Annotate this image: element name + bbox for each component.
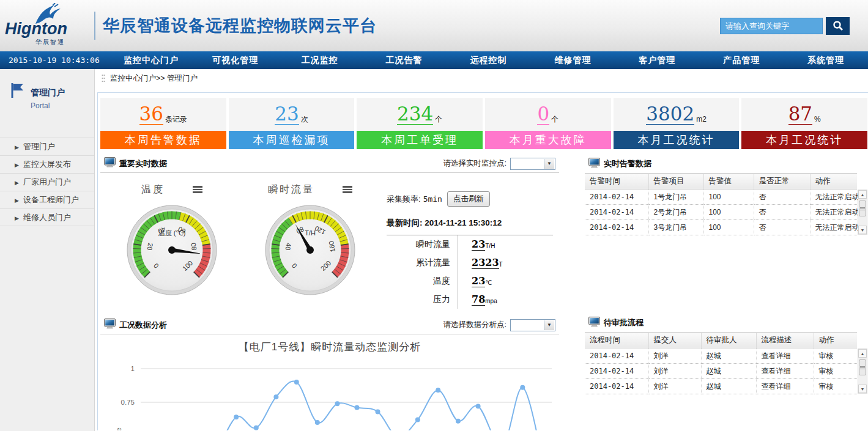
table-column-header[interactable]: 告警项目: [648, 174, 703, 190]
sidebar-item-5[interactable]: ▶维修人员门户: [0, 208, 94, 226]
table-cell: 查看详细: [756, 379, 814, 394]
metric-value: 23: [472, 275, 485, 287]
table-row[interactable]: 2014-02-14刘洋赵城查看详细审核: [585, 364, 857, 379]
table-column-header[interactable]: 流程描述: [756, 333, 814, 348]
metric-row: 温度23℃: [387, 272, 553, 290]
scrollbar[interactable]: ▲▼: [858, 190, 867, 235]
table-cell: 无法正常启动: [810, 190, 857, 205]
chevron-down-icon[interactable]: ▼: [544, 320, 554, 330]
search-icon: [833, 20, 844, 31]
svg-text:0.75: 0.75: [121, 399, 135, 406]
sidebar-item-2[interactable]: ▶监控大屏发布: [0, 155, 94, 173]
table-row[interactable]: 2014-02-14刘洋赵城查看详细审核: [585, 379, 857, 394]
chart-title: 【电厂1号线】瞬时流量动态监测分析: [100, 334, 559, 355]
sidebar-item-4[interactable]: ▶设备工程师门户: [0, 191, 94, 208]
analysis-panel: 工况数据分析 请选择数据分析点: ▼ 【电厂1号线】瞬时流量动态监测分析 10.…: [100, 316, 559, 430]
nav-item-1[interactable]: 监控中心门户: [109, 55, 193, 66]
realtime-info: 采集频率: 5min 点击刷新 最新时间: 2014-11-21 15:30:1…: [387, 180, 553, 309]
data-table: 告警时间告警项目告警值是否正常动作2014-02-141号龙门吊100否无法正常…: [585, 173, 857, 235]
stat-cards-row: 36条记录本周告警数据23次本周巡检漏项234个本周工单受理0个本月重大故障38…: [98, 93, 868, 149]
realtime-point-select[interactable]: ▼: [510, 158, 555, 170]
table-cell: 审核: [814, 364, 857, 379]
table-row[interactable]: 2014-02-142号龙门吊100否无法正常启动: [585, 205, 857, 220]
table-cell: 刘洋: [648, 348, 701, 364]
table-cell: 审核: [814, 379, 857, 394]
analysis-select-label: 请选择数据分析点:: [443, 320, 506, 330]
stat-card-3[interactable]: 234个本周工单受理: [357, 98, 483, 149]
nav-item-8[interactable]: 产品管理: [699, 55, 784, 66]
svg-text:40: 40: [284, 242, 293, 251]
nav-item-7[interactable]: 客户管理: [615, 55, 699, 66]
scroll-down-icon[interactable]: ▼: [858, 226, 867, 234]
search-button[interactable]: [826, 17, 850, 35]
scroll-up-icon[interactable]: ▲: [858, 190, 867, 199]
scrollbar[interactable]: ▲▼: [858, 348, 867, 394]
table-column-header[interactable]: 告警值: [703, 174, 754, 190]
gauges-area: 温度020406080100温度 (℃)瞬时流量04080120160200T/…: [100, 180, 362, 309]
stat-label[interactable]: 本月重大故障: [485, 131, 611, 149]
nav-item-2[interactable]: 可视化管理: [193, 55, 278, 66]
metric-unit: T: [499, 261, 503, 268]
nav-item-9[interactable]: 系统管理: [784, 55, 868, 66]
analysis-panel-title: 工况数据分析: [119, 320, 167, 331]
approval-panel-title: 待审批流程: [604, 317, 644, 328]
monitor-icon: [588, 158, 600, 171]
stat-label[interactable]: 本周巡检漏项: [229, 131, 355, 149]
table-column-header[interactable]: 提交人: [648, 333, 701, 348]
stat-label[interactable]: 本月工况统计: [614, 131, 740, 149]
chevron-down-icon[interactable]: ▼: [544, 159, 554, 169]
stat-label[interactable]: 本周工单受理: [357, 131, 483, 149]
table-column-header[interactable]: 告警时间: [585, 174, 648, 190]
metrics-list: 瞬时流量23T/H累计流量2323T温度23℃压力78mpa: [387, 235, 553, 309]
table-row[interactable]: 2014-02-141号龙门吊100否无法正常启动: [585, 190, 857, 205]
brand-subtitle: 华辰智通: [35, 38, 65, 46]
realtime-data-panel: 重要实时数据 请选择实时监控点: ▼ 温度020406080100温度 (℃)瞬…: [100, 155, 559, 309]
sidebar-item-3[interactable]: ▶厂家用户门户: [0, 173, 94, 191]
sidebar-item-1[interactable]: ▶管理门户: [0, 138, 94, 155]
gauge-dial: 04080120160200T/H: [262, 201, 358, 299]
refresh-button[interactable]: 点击刷新: [447, 191, 490, 207]
stat-label[interactable]: 本月工况统计: [741, 131, 867, 149]
stat-card-6[interactable]: 87%本月工况统计: [741, 98, 867, 149]
scroll-down-icon[interactable]: ▼: [858, 385, 867, 393]
stat-card-2[interactable]: 23次本周巡检漏项: [229, 98, 355, 149]
stat-value: 87: [788, 104, 812, 125]
scroll-thumb[interactable]: [859, 359, 866, 375]
table-column-header[interactable]: 是否正常: [754, 174, 810, 190]
table-cell: 2014-02-14: [585, 379, 648, 394]
stat-label[interactable]: 本周告警数据: [100, 131, 226, 149]
table-column-header[interactable]: 动作: [810, 174, 857, 190]
table-column-header[interactable]: 动作: [814, 333, 857, 348]
table-column-header[interactable]: 待审批人: [701, 333, 756, 348]
search-input[interactable]: [720, 18, 823, 34]
table-row[interactable]: 2014-02-14刘洋赵城查看详细审核: [585, 348, 857, 364]
stat-unit: 个: [435, 114, 442, 125]
stat-card-value-area: 3802m2: [614, 98, 740, 131]
scroll-up-icon[interactable]: ▲: [858, 349, 867, 358]
stat-card-4[interactable]: 0个本月重大故障: [485, 98, 611, 149]
brand-logo[interactable]: Hignton 华辰智通: [0, 2, 93, 50]
table-row[interactable]: 2014-02-143号龙门吊100否无法正常启动: [585, 220, 857, 235]
menu-icon[interactable]: [193, 185, 202, 194]
menu-icon[interactable]: [343, 185, 352, 194]
table-cell: 否: [754, 205, 810, 220]
stat-card-1[interactable]: 36条记录本周告警数据: [100, 98, 226, 149]
table-column-header[interactable]: 流程时间: [585, 333, 648, 348]
latest-time-value: 2014-11-21 15:30:12: [425, 218, 502, 227]
nav-item-4[interactable]: 工况告警: [362, 55, 447, 66]
nav-item-3[interactable]: 工况监控: [278, 55, 362, 66]
stat-card-value-area: 87%: [741, 98, 867, 131]
table-cell: 2014-02-14: [585, 364, 648, 379]
nav-item-6[interactable]: 维修管理: [530, 55, 615, 66]
flag-icon: [11, 83, 24, 98]
monitor-icon: [588, 317, 600, 330]
gauge-title: 瞬时流量: [268, 183, 314, 196]
nav-item-5[interactable]: 远程控制: [447, 55, 531, 66]
scroll-thumb[interactable]: [859, 201, 866, 216]
stat-value: 36: [139, 104, 163, 125]
analysis-point-select[interactable]: ▼: [510, 319, 555, 331]
triangle-right-icon: ▶: [15, 180, 19, 186]
stat-card-5[interactable]: 3802m2本月工况统计: [614, 98, 740, 149]
stat-unit: %: [814, 115, 821, 123]
portal-title: 管理门户: [31, 87, 65, 98]
